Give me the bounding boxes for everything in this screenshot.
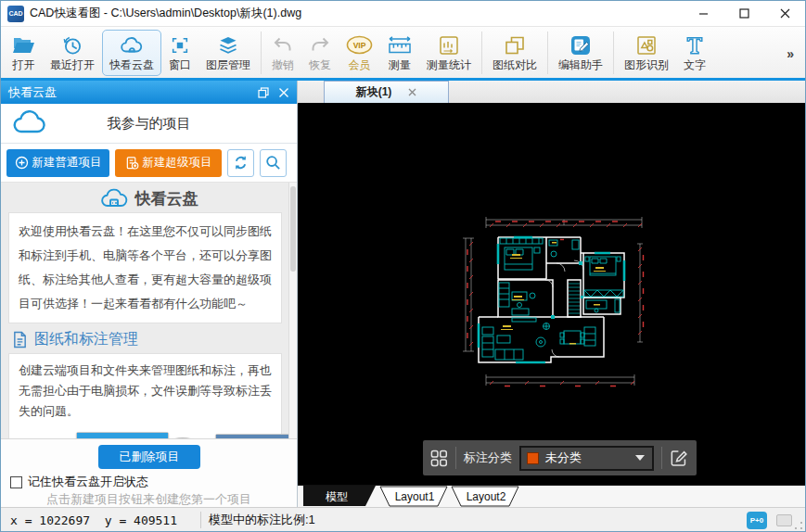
window-select-icon xyxy=(170,33,190,57)
feature-thumbnails: 1/10 201 xyxy=(19,426,272,438)
text-tool-icon xyxy=(684,33,705,57)
new-normal-project-button[interactable]: 新建普通项目 xyxy=(6,149,109,177)
tool-label: 图层管理 xyxy=(206,57,250,73)
dimension-ticks xyxy=(467,222,644,386)
remember-state-checkbox-row[interactable]: 记住快看云盘开启状态 xyxy=(10,474,148,490)
toolbar-overflow-button[interactable]: » xyxy=(779,46,801,61)
title-bar[interactable]: CAD CAD快速看图 - C:\Users\admin\Desktop\新块(… xyxy=(1,1,805,27)
cloud-panel-header: 快看云盘 xyxy=(1,81,297,104)
feature-text: 创建云端项目和文件夹来管理图纸和标注，再也无需担心由于电脑损坏，文件误删等导致标… xyxy=(19,361,272,422)
maximize-button[interactable] xyxy=(723,1,764,26)
tool-vip[interactable]: VIP 会员 xyxy=(339,30,380,76)
tool-shape-recognition[interactable]: 图形识别 xyxy=(617,30,676,76)
tool-text[interactable]: 文字 xyxy=(676,30,713,76)
tab-layout2-label: Layout2 xyxy=(467,490,506,503)
toolbar: 打开 最近打开 快看云盘 窗口 图层管理 xyxy=(1,27,805,81)
tool-measure[interactable]: 测量 xyxy=(380,30,419,76)
vip-badge-icon: VIP xyxy=(346,33,373,57)
tool-label: 文字 xyxy=(684,57,706,73)
edit-annotation-icon[interactable] xyxy=(670,450,689,467)
drawing-tab-label: 新块(1) xyxy=(356,84,392,100)
annotation-classify-label: 标注分类 xyxy=(464,450,512,466)
annotation-bar: 标注分类 未分类 xyxy=(423,440,697,475)
display-mode-icon[interactable] xyxy=(776,514,792,526)
category-selected-value: 未分类 xyxy=(545,450,636,466)
annbar-separator xyxy=(455,447,456,469)
deleted-projects-button[interactable]: 已删除项目 xyxy=(98,445,200,469)
clock-recent-icon xyxy=(61,33,83,57)
cloud-intro-heading: 快看云盘 xyxy=(1,184,297,212)
tool-label: 编辑助手 xyxy=(558,57,603,73)
tool-edit-assistant[interactable]: 编辑助手 xyxy=(551,30,610,76)
tab-model-label: 模型 xyxy=(326,490,348,503)
annotation-category-dropdown[interactable]: 未分类 xyxy=(519,446,655,471)
tab-layout1-label: Layout1 xyxy=(395,490,435,503)
my-projects-row: 我参与的项目 xyxy=(1,104,297,144)
layout-tabstrip: 模型 Layout1 Layout2 xyxy=(298,485,806,507)
close-button[interactable] xyxy=(764,1,805,26)
tab-layout1[interactable]: Layout1 xyxy=(380,487,447,506)
svg-text:VIP: VIP xyxy=(353,41,366,50)
tool-label: 打开 xyxy=(13,57,35,73)
search-projects-button[interactable] xyxy=(260,149,287,177)
tab-layout2[interactable]: Layout2 xyxy=(452,487,518,506)
annotation-scale-label: 模型中的标注比例:1 xyxy=(201,512,315,528)
plus-circle-icon xyxy=(15,156,29,170)
tool-open[interactable]: 打开 xyxy=(5,30,43,76)
tool-label: 快看云盘 xyxy=(109,57,154,73)
checkbox[interactable] xyxy=(10,476,22,488)
panel-scrollbar-thumb[interactable] xyxy=(290,186,296,272)
intro-card: 欢迎使用快看云盘！在这里您不仅可以同步图纸和标注到手机、电脑等各个平台，还可以分… xyxy=(8,212,282,323)
feature-title: 图纸和标注管理 xyxy=(34,330,138,349)
tool-label: 会员 xyxy=(349,57,371,73)
feature-heading: 图纸和标注管理 xyxy=(12,328,297,350)
tool-label: 图纸对比 xyxy=(493,57,537,73)
cad-canvas[interactable]: 标注分类 未分类 xyxy=(298,103,806,485)
toolbar-separator xyxy=(261,32,262,74)
layers-icon xyxy=(217,33,239,57)
tool-label: 撤销 xyxy=(272,57,294,73)
p0-toggle-button[interactable]: P+0 xyxy=(747,512,767,529)
tool-layers[interactable]: 图层管理 xyxy=(198,30,258,76)
stairs xyxy=(569,284,580,313)
minimize-icon xyxy=(698,8,709,19)
resize-grip[interactable] xyxy=(794,521,803,530)
search-icon xyxy=(265,155,281,171)
cursor-coordinates: x = 1022697 y = 409511 xyxy=(1,513,200,527)
cloud-panel: 快看云盘 我参与的项目 新建普通项目 新建超级项目 xyxy=(1,81,298,507)
sync-projects-button[interactable] xyxy=(227,149,254,177)
tool-undo[interactable]: 撤销 xyxy=(264,30,301,76)
tool-window[interactable]: 窗口 xyxy=(161,30,198,76)
tab-model[interactable]: 模型 xyxy=(303,486,376,506)
status-bar: x = 1022697 y = 409511 模型中的标注比例:1 P+0 xyxy=(1,507,805,532)
tool-label: 最近打开 xyxy=(50,57,95,73)
tool-redo[interactable]: 恢复 xyxy=(301,30,339,76)
tool-compare[interactable]: 图纸对比 xyxy=(485,30,544,76)
document-icon xyxy=(12,331,28,348)
annotation-grid-icon[interactable] xyxy=(430,450,448,467)
minimize-button[interactable] xyxy=(683,1,723,26)
tool-measure-stats[interactable]: 测量统计 xyxy=(419,30,479,76)
floor-plan-drawing xyxy=(460,212,646,390)
close-panel-icon[interactable] xyxy=(278,87,289,98)
checkbox-label: 记住快看云盘开启状态 xyxy=(28,474,148,490)
sync-icon xyxy=(233,155,249,171)
toolbar-separator xyxy=(547,32,548,74)
button-label: 新建普通项目 xyxy=(32,155,102,171)
tool-cloud-disk[interactable]: 快看云盘 xyxy=(102,30,161,76)
super-project-icon xyxy=(125,156,139,171)
panel-scroll-area[interactable]: 快看云盘 欢迎使用快看云盘！在这里您不仅可以同步图纸和标注到手机、电脑等各个平台… xyxy=(1,183,297,438)
feature-thumbnail-1[interactable] xyxy=(76,432,169,438)
tab-close-icon[interactable] xyxy=(408,88,416,96)
drawing-tab[interactable]: 新块(1) xyxy=(324,81,449,103)
window-title: CAD快速看图 - C:\Users\admin\Desktop\新块(1).d… xyxy=(30,6,301,21)
close-icon xyxy=(780,8,790,19)
compare-sheets-icon xyxy=(504,33,526,57)
panel-title: 快看云盘 xyxy=(8,84,57,101)
new-super-project-button[interactable]: 新建超级项目 xyxy=(115,149,222,177)
app-logo-icon: CAD xyxy=(7,6,24,22)
undock-panel-icon[interactable] xyxy=(258,87,269,98)
button-label: 新建超级项目 xyxy=(143,155,212,171)
ruler-icon xyxy=(388,33,412,57)
tool-recent[interactable]: 最近打开 xyxy=(43,30,102,76)
